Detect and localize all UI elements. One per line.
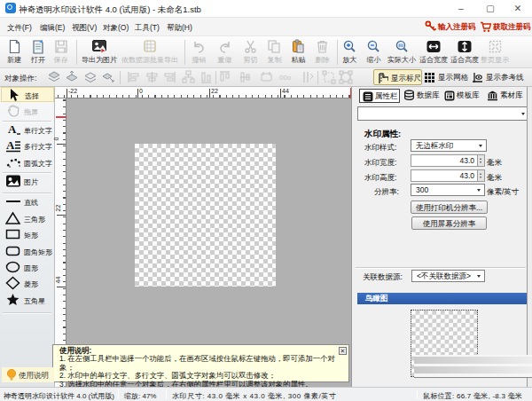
svg-text:A: A xyxy=(6,138,15,152)
svg-text:A: A xyxy=(8,122,17,136)
svg-text:00o: 00o xyxy=(279,74,292,82)
